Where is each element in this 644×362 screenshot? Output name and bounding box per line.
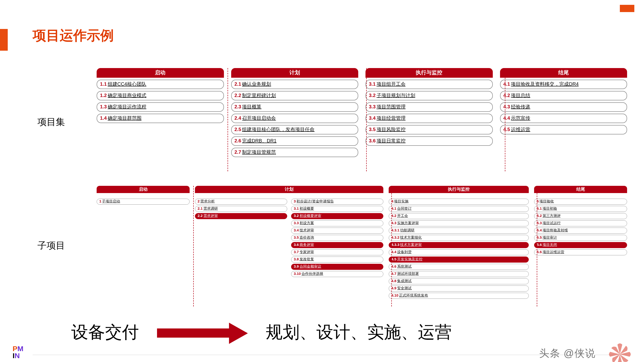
task-card-small: 4.10正式环境系统发布 [389, 293, 529, 299]
sub-subcolumn: 4项目实施4.1合同签订4.2开工会4.3实施方案评审4.3.1功能调研4.3.… [389, 199, 529, 300]
left-accent-bar [0, 29, 8, 51]
task-card: 2.6完成DRB、DR1 [231, 136, 358, 146]
task-card-small: 4.7测试环境部署 [389, 271, 529, 277]
task-card: 3.4项目经营管理 [366, 114, 493, 123]
task-card-small: 4项目实施 [389, 199, 529, 205]
divider [505, 68, 505, 171]
task-card-small: 3.1初设概要 [291, 206, 383, 212]
task-card-small: 2.1需求调研 [195, 206, 287, 212]
phase-header: 执行与监控 [389, 186, 529, 193]
task-card-small: 4.3.1功能调研 [389, 228, 529, 234]
sub-column: 启动1子项目启动 [96, 186, 190, 300]
task-card-small: 4.8集成测试 [389, 278, 529, 284]
phase-header: 结尾 [534, 186, 627, 193]
sub-column: 执行与监控4项目实施4.1合同签订4.2开工会4.3实施方案评审4.3.1功能调… [389, 186, 529, 300]
section-label-sub: 子项目 [38, 239, 65, 252]
task-card-small: 3.5造价咨询 [291, 235, 383, 241]
task-card-small: 3.9合同金额审议 [291, 264, 383, 270]
watermark: 头条 @侠说 [539, 347, 596, 360]
task-card: 2.2制定里程碑计划 [231, 91, 358, 100]
divider [228, 68, 228, 171]
sub-subcolumn: 3初步设计/资金申请报告3.1初设概要3.2初设概要评审3.3初设方案3.4技术… [291, 199, 383, 278]
task-card: 4.4示范宣传 [500, 114, 627, 123]
phase-header: 启动 [96, 68, 224, 78]
task-card: 3.6项目日常监控 [366, 136, 493, 146]
bottom-left-text: 设备交付 [71, 321, 139, 344]
task-card-small: 2需求分析 [195, 199, 287, 205]
phase-header: 计划 [231, 68, 358, 78]
footer-divider [32, 355, 627, 355]
task-card: 3.5项目风险监控 [366, 125, 493, 134]
task-card-small: 4.6系统测试 [389, 264, 529, 270]
task-card-small: 5.2第三方测评 [534, 213, 627, 219]
task-card-small: 5.6项目关闭 [534, 242, 627, 248]
task-card: 1.1组建CC4核心团队 [96, 80, 224, 89]
pmi-logo: PMIN [12, 345, 24, 359]
task-card: 2.3项目概算 [231, 102, 358, 112]
program-column: 执行与监控3.1项目组开工会3.2子项目规划与计划3.3项目范围管理3.4项目经… [366, 68, 493, 159]
task-card-small: 5.1项目初验 [534, 206, 627, 212]
task-card-small: 3.6商务评审 [291, 242, 383, 248]
task-card-small: 4.3.3技术方案评审 [389, 242, 529, 248]
divider [366, 68, 367, 171]
phase-header: 计划 [195, 186, 383, 193]
sub-column: 计划2需求分析2.1需求调研2.2需求评审3初步设计/资金申请报告3.1初设概要… [195, 186, 383, 300]
subproject-row: 启动1子项目启动计划2需求分析2.1需求调研2.2需求评审3初步设计/资金申请报… [96, 186, 627, 300]
task-card-small: 3.2初设概要评审 [291, 213, 383, 219]
task-card-small: 4.3实施方案评审 [389, 220, 529, 226]
sub-subcolumn: 5项目验收5.1项目初验5.2第三方测评5.3项目试运行5.4项目终验及转维5.… [534, 199, 627, 257]
sub-subcolumn: 2需求分析2.1需求调研2.2需求评审 [195, 199, 287, 278]
divider [537, 186, 537, 307]
divider [391, 186, 392, 307]
task-card-small: 5.5项目审计 [534, 235, 627, 241]
task-card: 1.4确定项目群范围 [96, 114, 224, 123]
task-card: 3.1项目组开工会 [366, 80, 493, 89]
task-card: 2.1确认业务规划 [231, 80, 358, 89]
task-card-small: 5.6项目运维运营 [534, 249, 627, 255]
task-card-small: 2.2需求评审 [195, 213, 287, 219]
task-card-small: 4.4设备到货 [389, 249, 529, 255]
task-card-small: 3.7专家评审 [291, 249, 383, 255]
task-card-small: 4.1合同签订 [389, 206, 529, 212]
program-column: 启动1.1组建CC4核心团队1.2确定项目商业模式1.3确定项目运作流程1.4确… [96, 68, 224, 159]
bottom-right-text: 规划、设计、实施、运营 [266, 321, 452, 344]
task-card-small: 3初步设计/资金申请报告 [291, 199, 383, 205]
phase-header: 结尾 [500, 68, 627, 78]
program-column: 结尾4.1项目验收及资料移交，完成DR44.2项目总结4.3经验传递4.4示范宣… [500, 68, 627, 159]
task-card-small: 4.5开发实施及监控 [389, 257, 529, 263]
task-card-small: 4.9安全测试 [389, 286, 529, 292]
task-card-small: 4.3.2技术方案细化 [389, 235, 529, 241]
task-card-small: 5.4项目终验及转维 [534, 228, 627, 234]
page-title: 项目运作示例 [32, 26, 114, 45]
task-card-small: 5.3项目试运行 [534, 220, 627, 226]
task-card: 2.4召开项目启动会 [231, 114, 358, 123]
task-card-small: 3.3初设方案 [291, 220, 383, 226]
task-card: 2.7制定项目管规范 [231, 148, 358, 157]
program-row: 启动1.1组建CC4核心团队1.2确定项目商业模式1.3确定项目运作流程1.4确… [96, 68, 627, 159]
task-card: 4.3经验传递 [500, 102, 627, 112]
task-card: 1.3确定项目运作流程 [96, 102, 224, 112]
task-card-small: 3.4技术评审 [291, 228, 383, 234]
task-card: 3.2子项目规划与计划 [366, 91, 493, 100]
task-card: 2.5组建项目核心团队，发布项目任命 [231, 125, 358, 134]
task-card-small: 1子项目启动 [96, 199, 190, 205]
program-column: 计划2.1确认业务规划2.2制定里程碑计划2.3项目概算2.4召开项目启动会2.… [231, 68, 358, 159]
task-card: 3.3项目范围管理 [366, 102, 493, 112]
task-card: 4.1项目验收及资料移交，完成DR4 [500, 80, 627, 89]
task-card-small: 5项目验收 [534, 199, 627, 205]
task-card-small: 3.10合作伙伴选择 [291, 271, 383, 277]
phase-header: 启动 [96, 186, 190, 193]
task-card: 4.5运维运营 [500, 125, 627, 134]
task-card-small: 3.8发改批复 [291, 257, 383, 263]
divider [193, 186, 194, 307]
sub-subcolumn: 1子项目启动 [96, 199, 190, 206]
huawei-logo [608, 342, 632, 362]
task-card: 1.2确定项目商业模式 [96, 91, 224, 100]
task-card-small: 4.2开工会 [389, 213, 529, 219]
phase-header: 执行与监控 [366, 68, 493, 78]
sub-column: 结尾5项目验收5.1项目初验5.2第三方测评5.3项目试运行5.4项目终验及转维… [534, 186, 627, 300]
top-accent-bar [620, 5, 634, 12]
task-card: 4.2项目总结 [500, 91, 627, 100]
arrow-icon [157, 325, 249, 342]
section-label-program: 项目集 [38, 116, 65, 128]
